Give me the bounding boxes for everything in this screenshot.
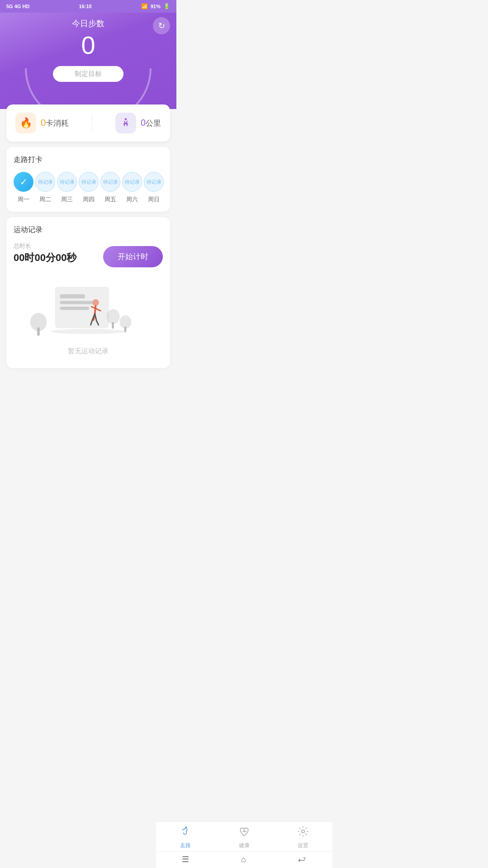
duration-label: 总时长	[14, 242, 76, 250]
battery-label: 91%	[151, 4, 161, 9]
walk-icon	[120, 117, 132, 129]
day-tuesday: 待记录 周二	[35, 172, 55, 204]
day-saturday-label: 周六	[126, 195, 138, 204]
exercise-section: 运动记录 总时长 00时00分00秒 开始计时	[6, 217, 170, 368]
day-wednesday-label: 周三	[61, 195, 73, 204]
distance-text: 0公里	[141, 118, 161, 128]
day-saturday-circle[interactable]: 待记录	[122, 172, 142, 192]
calories-text: 0卡消耗	[41, 118, 69, 128]
start-timer-button[interactable]: 开始计时	[103, 246, 163, 267]
day-sunday-circle[interactable]: 待记录	[144, 172, 164, 192]
hero-title: 今日步数	[9, 18, 167, 29]
refresh-icon: ↺	[158, 21, 165, 31]
wifi-icon: 📶	[141, 3, 148, 9]
refresh-button[interactable]: ↺	[153, 17, 170, 34]
svg-point-11	[92, 299, 99, 306]
status-indicators: 📶 91% 🔋	[141, 3, 170, 9]
fire-icon-box: 🔥	[15, 113, 36, 133]
svg-rect-4	[60, 307, 89, 310]
empty-state: 暂无运动记录	[14, 271, 163, 360]
svg-rect-2	[60, 294, 85, 299]
day-wednesday: 待记录 周三	[57, 172, 77, 204]
status-network: 5G 4G HD	[6, 4, 29, 9]
day-wednesday-circle[interactable]: 待记录	[57, 172, 77, 192]
day-thursday: 待记录 周四	[79, 172, 99, 204]
empty-illustration	[14, 280, 163, 343]
empty-svg-illustration	[14, 280, 163, 343]
svg-rect-6	[37, 327, 40, 336]
svg-point-7	[106, 309, 119, 324]
checkin-title: 走路打卡	[14, 155, 163, 165]
distance-value: 0	[141, 118, 146, 128]
day-thursday-circle[interactable]: 待记录	[79, 172, 99, 192]
day-friday: 待记录 周五	[100, 172, 120, 204]
day-tuesday-label: 周二	[39, 195, 51, 204]
svg-point-12	[51, 329, 126, 334]
calories-stat: 🔥 0卡消耗	[15, 113, 69, 133]
day-monday: ✓ 周一	[14, 172, 33, 204]
status-bar: 5G 4G HD 16:10 📶 91% 🔋	[0, 0, 176, 13]
day-friday-circle[interactable]: 待记录	[100, 172, 120, 192]
day-monday-circle[interactable]: ✓	[14, 172, 33, 192]
day-thursday-label: 周四	[83, 195, 95, 204]
time-label: 16:10	[79, 4, 92, 9]
battery-icon: 🔋	[163, 3, 170, 9]
hero-section: ↺ 今日步数 0 制定目标	[0, 13, 176, 109]
day-friday-label: 周五	[104, 195, 116, 204]
exercise-row: 总时长 00时00分00秒 开始计时	[14, 242, 163, 271]
status-time: 16:10	[79, 4, 92, 9]
walk-icon-box	[115, 113, 136, 133]
checkin-section: 走路打卡 ✓ 周一 待记录 周二 待记录 周三 待记录 周四 待记录 周五 待记…	[6, 147, 170, 212]
distance-unit: 公里	[146, 119, 161, 128]
week-grid: ✓ 周一 待记录 周二 待记录 周三 待记录 周四 待记录 周五 待记录 周六	[14, 172, 163, 204]
calories-unit: 卡消耗	[46, 119, 69, 128]
distance-stat: 0公里	[115, 113, 161, 133]
calories-value: 0	[41, 118, 46, 128]
stat-divider	[92, 114, 92, 132]
stats-card: 🔥 0卡消耗 0公里	[6, 104, 170, 142]
day-saturday: 待记录 周六	[122, 172, 142, 204]
exercise-title: 运动记录	[14, 225, 163, 235]
day-tuesday-circle[interactable]: 待记录	[35, 172, 55, 192]
day-sunday-label: 周日	[148, 195, 160, 204]
network-label: 5G 4G HD	[6, 4, 29, 9]
steps-count: 0	[9, 33, 167, 58]
empty-label: 暂无运动记录	[14, 347, 163, 356]
day-sunday: 待记录 周日	[144, 172, 164, 204]
svg-rect-3	[60, 301, 93, 304]
fire-icon: 🔥	[20, 117, 32, 129]
exercise-meta: 总时长 00时00分00秒	[14, 242, 76, 265]
duration-value: 00时00分00秒	[14, 251, 76, 265]
svg-point-0	[125, 118, 127, 120]
svg-rect-8	[112, 322, 114, 329]
day-monday-label: 周一	[18, 195, 29, 204]
